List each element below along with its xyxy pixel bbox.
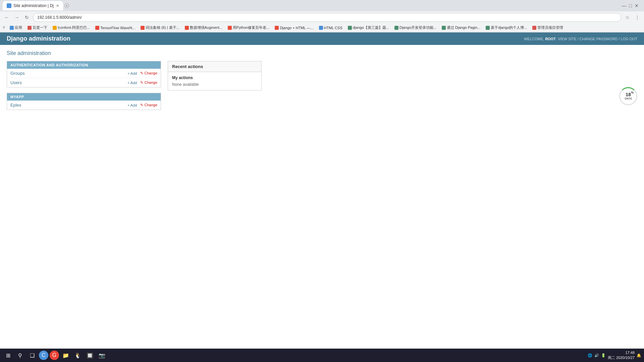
back-button[interactable]: ← [3,13,11,21]
users-add-link[interactable]: + Add [127,80,137,85]
username: ROOT [545,37,556,41]
bookmarks-label: ⠿ [3,26,5,29]
recent-actions-panel: Recent actions My actions None available [168,61,262,90]
bookmark-tensorflow-label: TensorFlow WaveN... [100,26,135,30]
task-view-button[interactable]: ❑ [27,350,38,361]
groups-actions: + Add ✎ Change [127,71,157,75]
bookmark-cifajuji-label: 词法集锦 (6) | 基于... [146,25,179,30]
tab-favicon [7,3,11,8]
bookmark-django-login-icon [394,26,398,30]
left-panel: AUTHENTICATION AND AUTHORIZATION Groups … [7,61,161,115]
bookmark-baidu[interactable]: 百度一下 [25,24,49,31]
network-icon: 🌐 [588,353,592,358]
bookmark-augment-icon [185,26,189,30]
bookmark-admin-proj-label: 管理员项目管理 [537,25,563,30]
bookmark-django-page[interactable]: 通过 Django Pagin... [440,24,482,31]
menu-button[interactable]: ⋮ [633,13,641,21]
taskbar-sys: 🌐 🔊 🔋 17:48 周二 2020/10/27 🔔 [588,350,641,361]
time-display: 17:48 [608,350,635,355]
eples-change-link[interactable]: ✎ Change [140,103,157,107]
tab-title: Site administration | Dj [13,3,54,8]
groups-add-link[interactable]: + Add [127,71,137,75]
bookmark-python-label: 用Python修复百年老... [233,25,269,30]
address-bar[interactable] [33,13,621,22]
app5-taskbar-button[interactable]: 📷 [97,350,107,361]
bookmark-iconfont[interactable]: Iconfont-阿里巴巴... [51,24,92,31]
welcome-text: WELCOME, [524,37,544,41]
auth-module-header: AUTHENTICATION AND AUTHORIZATION [7,61,161,69]
recent-actions-title: Recent actions [172,64,203,69]
search-button[interactable]: ⚲ [15,350,25,361]
browser-tab[interactable]: Site administration | Dj ✕ [3,1,63,10]
start-button[interactable]: ⊞ [3,350,13,361]
bookmark-baidu-label: 百度一下 [33,25,47,30]
groups-row: Groups + Add ✎ Change [7,69,161,78]
groups-link[interactable]: Groups [10,71,127,76]
eples-add-link[interactable]: + Add [127,103,137,107]
bookmark-apps[interactable]: 应用 [8,24,24,31]
files-taskbar-button[interactable]: 📁 [60,350,71,361]
users-change-link[interactable]: ✎ Change [140,80,157,85]
bookmark-python[interactable]: 用Python修复百年老... [226,24,271,31]
bookmark-django-page-icon [442,26,446,30]
speed-unit: OK/S [625,97,632,100]
view-site-link[interactable]: VIEW SITE [558,37,577,41]
speed-indicator: % 18 OK/S [619,87,637,105]
sound-icon: 🔊 [594,353,599,358]
reload-button[interactable]: ↻ [23,13,31,21]
myapp-module-name: MYAPP [10,95,24,99]
bookmark-htmlcss-label: HTML CSS [324,26,342,30]
bookmark-django-login[interactable]: Django开发登录功能... [392,24,438,31]
bookmark-htmlcss[interactable]: HTML CSS [317,25,344,31]
admin-site-title[interactable]: Django administration [7,35,70,42]
bookmark-tensorflow-icon [95,26,99,30]
bookmark-iconfont-label: Iconfont-阿里巴巴... [58,25,90,30]
bookmark-admin-proj[interactable]: 管理员项目管理 [530,24,565,31]
bookmark-python-icon [228,26,232,30]
bookmark-django-html-label: Django + HTML —... [280,26,313,30]
app3-taskbar-button[interactable]: 🐧 [72,350,83,361]
forward-button[interactable]: → [13,13,21,21]
tab-close-button[interactable]: ✕ [56,4,59,8]
django-admin: Django administration WELCOME, ROOT. VIE… [0,33,644,362]
bookmark-htmlcss-icon [319,26,323,30]
bookmark-iconfont-icon [53,26,57,30]
maximize-button[interactable]: □ [629,3,632,8]
bookmark-django3[interactable]: django【第三篇】题... [346,24,391,31]
auth-module-name: AUTHENTICATION AND AUTHORIZATION [10,63,88,67]
bookmark-django-blog[interactable]: 基于django的个人博... [484,24,529,31]
users-link[interactable]: Users [10,80,127,85]
bookmark-augment[interactable]: 数据增强Augment... [183,24,224,31]
groups-change-link[interactable]: ✎ Change [140,71,157,75]
bookmark-apps-icon [10,26,14,30]
bookmark-star-button[interactable]: ☆ [623,13,631,21]
bookmark-django-html[interactable]: Django + HTML —... [273,25,315,31]
close-button[interactable]: ✕ [635,3,639,8]
eples-link[interactable]: Eples [10,103,127,108]
bookmark-django-blog-label: 基于django的个人博... [491,25,527,30]
notification-icon[interactable]: 🔔 [637,353,641,358]
app4-taskbar-button[interactable]: 🔲 [85,350,95,361]
admin-user-info: WELCOME, ROOT. VIEW SITE / CHANGE PASSWO… [524,37,637,41]
admin-content: Site administration AUTHENTICATION AND A… [0,45,644,121]
battery-icon: 🔋 [601,353,606,358]
recent-actions-header: Recent actions [168,61,261,72]
bookmark-cifajuji[interactable]: 词法集锦 (6) | 基于... [139,24,181,31]
change-password-link[interactable]: CHANGE PASSWORD [580,37,618,41]
eples-row: Eples + Add ✎ Change [7,101,161,110]
bookmark-apps-label: 应用 [15,25,22,30]
bookmark-tensorflow[interactable]: TensorFlow WaveN... [93,25,137,31]
admin-header: Django administration WELCOME, ROOT. VIE… [0,33,644,45]
page-heading: Site administration [7,50,637,56]
myapp-module-header: MYAPP [7,93,161,101]
bookmark-django-login-label: Django开发登录功能... [399,25,436,30]
chrome-taskbar-button[interactable]: C [39,351,48,360]
minimize-button[interactable]: — [622,3,627,8]
admin-main: AUTHENTICATION AND AUTHORIZATION Groups … [7,61,637,115]
logout-link[interactable]: LOG OUT [621,37,637,41]
browser2-taskbar-button[interactable]: G [50,351,59,360]
bookmark-cifajuji-icon [141,26,145,30]
new-tab-button[interactable]: + [64,3,69,8]
taskbar-time: 17:48 周二 2020/10/27 [608,350,635,361]
percent-sign: % [631,91,634,94]
